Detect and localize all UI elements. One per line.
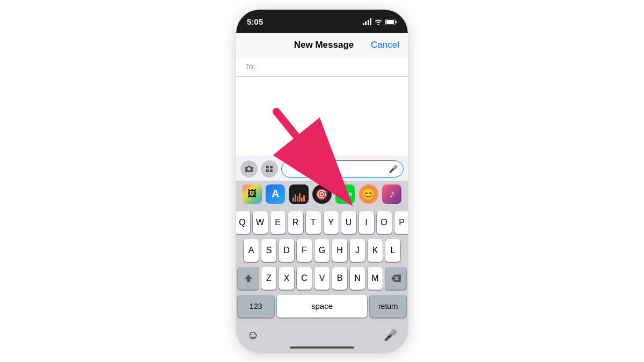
key-Z[interactable]: Z	[261, 267, 276, 290]
keyboard: Q W E R T Y U I O P A S D F G H J K L	[236, 207, 408, 325]
key-Q[interactable]: Q	[236, 211, 250, 234]
key-Y[interactable]: Y	[324, 211, 339, 234]
key-E[interactable]: E	[270, 211, 286, 234]
keyboard-row-bottom: 123 space return	[238, 295, 406, 317]
app-icon-photos[interactable]: 🖼	[243, 184, 262, 204]
shift-key[interactable]	[238, 267, 259, 290]
mic-button-keyboard[interactable]: 🎤	[384, 329, 397, 342]
home-bar	[290, 346, 354, 349]
page-background: 5:05 New Messag	[0, 0, 644, 362]
key-I[interactable]: I	[359, 211, 374, 234]
key-T[interactable]: T	[306, 211, 321, 234]
nav-bar: New Message Cancel	[236, 33, 408, 56]
to-field[interactable]: To:	[236, 56, 408, 77]
key-L[interactable]: L	[385, 239, 400, 262]
key-U[interactable]: U	[341, 211, 356, 234]
battery-icon	[385, 19, 397, 25]
app-icon-cash[interactable]: Cash	[335, 184, 355, 204]
key-A[interactable]: A	[244, 239, 259, 262]
emoji-button[interactable]: ☺	[247, 328, 259, 342]
key-H[interactable]: H	[332, 239, 347, 262]
keyboard-row-1: Q W E R T Y U I O P	[238, 211, 406, 234]
key-C[interactable]: C	[297, 267, 312, 290]
numbers-key[interactable]: 123	[238, 295, 274, 317]
to-label: To:	[245, 62, 255, 71]
key-S[interactable]: S	[261, 239, 276, 262]
keyboard-row-3: Z X C V B N M	[238, 267, 406, 290]
status-time: 5:05	[247, 17, 263, 26]
key-V[interactable]: V	[314, 267, 330, 290]
space-key[interactable]: space	[277, 295, 368, 317]
nav-title: New Message	[294, 40, 354, 50]
key-X[interactable]: X	[279, 267, 294, 290]
svg-rect-3	[386, 20, 394, 24]
phone-frame: 5:05 New Messag	[236, 10, 408, 353]
camera-button[interactable]	[240, 160, 258, 178]
app-icon-appstore[interactable]: A	[266, 184, 285, 204]
signal-icon	[363, 18, 372, 25]
key-J[interactable]: J	[350, 239, 365, 262]
apps-button[interactable]	[261, 160, 278, 178]
mic-icon-small: 🎤	[389, 165, 398, 173]
cancel-button[interactable]: Cancel	[371, 40, 399, 50]
app-icon-avatar[interactable]: 😊	[359, 184, 378, 204]
key-O[interactable]: O	[377, 211, 392, 234]
imessage-toolbar: 🎤	[236, 157, 408, 181]
message-input[interactable]: 🎤	[281, 160, 404, 178]
key-N[interactable]: N	[350, 267, 365, 290]
key-D[interactable]: D	[279, 239, 294, 262]
keyboard-row-2: A S D F G H J K L	[238, 239, 406, 262]
wifi-icon	[374, 19, 383, 25]
key-M[interactable]: M	[368, 267, 383, 290]
delete-key[interactable]	[385, 267, 406, 290]
key-R[interactable]: R	[288, 211, 303, 234]
return-key[interactable]: return	[370, 295, 406, 317]
app-icon-spotify[interactable]: 🎯	[312, 184, 332, 204]
key-K[interactable]: K	[368, 239, 383, 262]
key-B[interactable]: B	[332, 267, 347, 290]
home-indicator	[236, 344, 408, 353]
app-icon-music[interactable]: ♪	[382, 184, 401, 204]
key-F[interactable]: F	[297, 239, 312, 262]
message-area[interactable]	[236, 77, 408, 157]
key-P[interactable]: P	[394, 211, 408, 234]
keyboard-bottom-bar: ☺ 🎤	[236, 325, 408, 344]
status-icons	[363, 18, 398, 25]
key-W[interactable]: W	[253, 211, 268, 234]
key-G[interactable]: G	[314, 239, 330, 262]
status-bar: 5:05	[236, 10, 408, 33]
app-icon-waves[interactable]	[289, 184, 309, 204]
app-strip: 🖼 A 🎯 Cash 😊 ♪	[236, 181, 408, 207]
